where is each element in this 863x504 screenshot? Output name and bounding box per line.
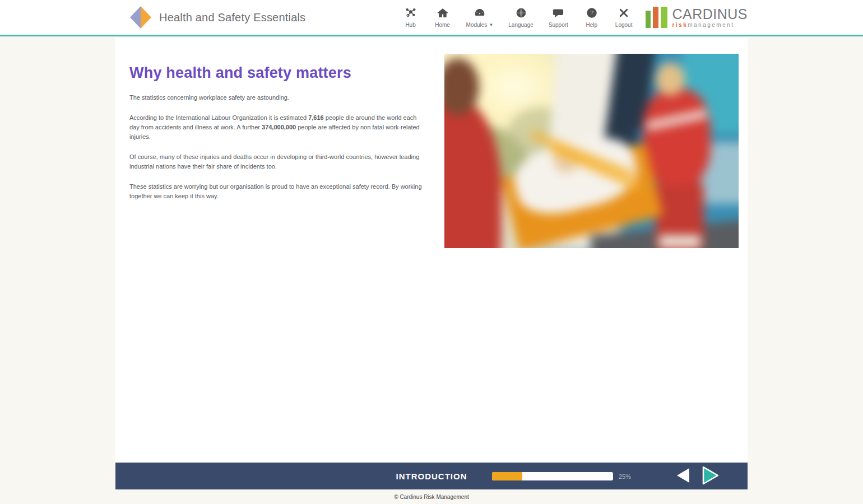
paragraph: Of course, many of these injuries and de… xyxy=(129,152,428,171)
previous-button[interactable] xyxy=(676,467,690,486)
arrow-right-icon xyxy=(702,465,720,487)
page-title: Why health and safety matters xyxy=(129,64,351,82)
nav-logout-label: Logout xyxy=(615,22,633,28)
home-icon xyxy=(437,7,448,21)
cardinus-tagline: riskmanagement xyxy=(672,22,748,28)
paragraph: These statistics are worrying but our or… xyxy=(129,182,428,201)
arrow-left-icon xyxy=(676,467,690,486)
nav-language[interactable]: Language xyxy=(508,7,533,28)
help-icon: ? xyxy=(586,7,597,21)
nav-hub-label: Hub xyxy=(405,22,415,28)
paragraph: According to the International Labour Or… xyxy=(129,113,428,142)
nav-help-label: Help xyxy=(586,22,598,28)
cardinus-bars-icon xyxy=(646,7,667,28)
modules-icon xyxy=(474,7,485,21)
nav-hub[interactable]: Hub xyxy=(402,7,419,28)
language-icon xyxy=(516,7,527,21)
top-nav: Hub Home Modules▼ xyxy=(402,7,633,28)
nav-home-label: Home xyxy=(435,22,450,28)
next-button[interactable] xyxy=(702,465,720,487)
hub-icon xyxy=(405,7,416,21)
paragraph: The statistics concerning workplace safe… xyxy=(129,93,428,102)
progress-track xyxy=(492,472,613,480)
bottom-bar: INTRODUCTION 25% xyxy=(115,463,748,489)
nav-help[interactable]: ? Help xyxy=(583,7,600,28)
nav-support-label: Support xyxy=(549,22,568,28)
nav-home[interactable]: Home xyxy=(434,7,451,28)
copyright-text: Cardinus Risk Management xyxy=(400,494,468,500)
nav-support[interactable]: Support xyxy=(549,7,568,28)
body-text: The statistics concerning workplace safe… xyxy=(129,93,428,212)
nav-logout[interactable]: Logout xyxy=(615,7,633,28)
course-logo-diamond-icon xyxy=(130,6,151,29)
cardinus-name: CARDINUS xyxy=(672,7,748,21)
nav-language-label: Language xyxy=(508,22,533,28)
support-icon xyxy=(553,7,564,21)
section-label: INTRODUCTION xyxy=(115,463,748,489)
course-brand: Health and Safety Essentials xyxy=(115,6,305,29)
copyright-icon: © xyxy=(394,494,398,500)
progress-fill xyxy=(492,472,522,480)
nav-modules-label: Modules▼ xyxy=(466,22,494,28)
progress: 25% xyxy=(492,472,631,480)
ambulance-photo xyxy=(444,54,739,248)
logout-icon xyxy=(618,7,629,21)
page: Health and Safety Essentials Hub Home xyxy=(0,0,863,504)
cardinus-logo: CARDINUS riskmanagement xyxy=(646,7,748,28)
caret-down-icon: ▼ xyxy=(489,22,493,27)
nav-modules[interactable]: Modules▼ xyxy=(466,7,494,28)
header: Health and Safety Essentials Hub Home xyxy=(0,0,863,36)
svg-text:?: ? xyxy=(590,9,593,16)
course-title: Health and Safety Essentials xyxy=(159,11,305,24)
content-column: Why health and safety matters The statis… xyxy=(115,38,748,489)
footer: © Cardinus Risk Management xyxy=(0,494,863,500)
progress-percent: 25% xyxy=(619,473,631,480)
